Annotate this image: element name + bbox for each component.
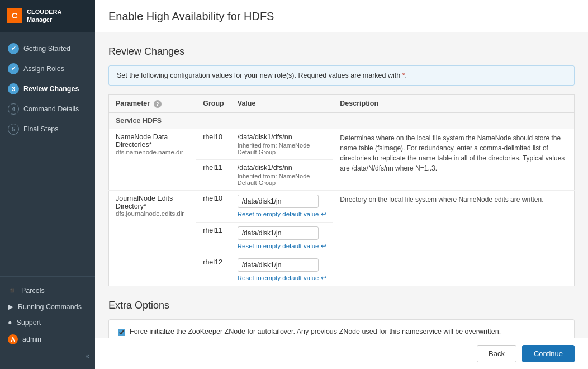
step-num-getting-started: ✓ (8, 43, 19, 54)
continue-button[interactable]: Continue (522, 345, 575, 362)
namenode-description: Determines where on the local file syste… (333, 129, 574, 190)
parcels-icon: ◾ (8, 286, 17, 295)
sidebar-item-label-getting-started: Getting Started (23, 45, 70, 53)
logo-text: CLOUDERA Manager (27, 8, 61, 24)
main-footer: Back Continue (95, 338, 588, 369)
journalnode-reset-rhel10[interactable]: Reset to empty default value ↩ (238, 210, 327, 218)
step-num-assign-roles: ✓ (8, 63, 19, 74)
admin-label: admin (22, 335, 41, 343)
extra-options-section: Extra Options Force initialize the ZooKe… (108, 300, 575, 338)
running-commands-label: Running Commands (18, 303, 82, 311)
journalnode-group-rhel11: rhel11 (196, 222, 231, 254)
sidebar-item-review-changes[interactable]: 3Review Changes (0, 79, 95, 99)
required-marker: * (402, 72, 405, 79)
logo-title: CLOUDERA (27, 8, 61, 16)
sidebar-item-parcels[interactable]: ◾ Parcels (0, 282, 95, 299)
sidebar: C CLOUDERA Manager ✓Getting Started✓Assi… (0, 0, 95, 369)
extra-options-title: Extra Options (108, 300, 575, 311)
cloudera-logo-icon: C (7, 8, 22, 23)
namenode-inherited-rhel11: Inherited from: NameNode Default Group (238, 173, 327, 186)
namenode-value-rhel10: /data/disk1/dfs/nn Inherited from: NameN… (231, 129, 334, 159)
col-value: Value (231, 95, 334, 113)
sidebar-item-label-command-details: Command Details (23, 105, 79, 113)
main-header: Enable High Availability for HDFS (95, 0, 588, 32)
col-parameter: Parameter ? (109, 95, 197, 113)
journalnode-param-key: dfs.journalnode.edits.dir (116, 210, 189, 217)
step-num-command-details: 4 (8, 103, 19, 115)
journalnode-param-name: JournalNode Edits Directory* (116, 195, 189, 210)
sidebar-item-assign-roles[interactable]: ✓Assign Roles (0, 59, 95, 79)
sidebar-item-label-final-steps: Final Steps (23, 125, 59, 133)
table-row: NameNode Data Directories* dfs.namenode.… (109, 129, 575, 159)
namenode-param-key: dfs.namenode.name.dir (116, 149, 189, 155)
extra-options-box: Force initialize the ZooKeeper ZNode for… (108, 319, 575, 338)
sidebar-logo: C CLOUDERA Manager (0, 0, 95, 32)
review-changes-title: Review Changes (108, 46, 575, 58)
journalnode-param-cell: JournalNode Edits Directory* dfs.journal… (109, 190, 197, 286)
namenode-group-rhel11: rhel11 (196, 159, 231, 190)
info-banner: Set the following configuration values f… (108, 65, 575, 86)
support-label: Support (17, 319, 41, 327)
namenode-value-rhel11: /data/disk1/dfs/nn Inherited from: NameN… (231, 159, 334, 190)
sidebar-item-label-review-changes: Review Changes (23, 85, 79, 93)
sidebar-item-running-commands[interactable]: ▶ Running Commands (0, 299, 95, 315)
page-title: Enable High Availability for HDFS (108, 10, 575, 23)
sidebar-item-support[interactable]: ● Support (0, 315, 95, 330)
journalnode-input-rhel10[interactable] (238, 195, 319, 208)
journalnode-input-rhel12[interactable] (238, 258, 319, 272)
main-panel: Enable High Availability for HDFS Review… (95, 0, 588, 369)
running-commands-icon: ▶ (8, 302, 13, 311)
collapse-icon: « (86, 352, 89, 360)
journalnode-description: Directory on the local file system where… (333, 190, 574, 286)
namenode-param-name: NameNode Data Directories* (116, 133, 189, 149)
namenode-inherited-rhel10: Inherited from: NameNode Default Group (238, 142, 327, 155)
journalnode-reset-rhel12[interactable]: Reset to empty default value ↩ (238, 274, 327, 282)
parcels-label: Parcels (21, 287, 45, 295)
journalnode-value-cell-rhel11: Reset to empty default value ↩ (231, 222, 334, 254)
admin-icon: A (8, 334, 18, 344)
col-group: Group (196, 95, 231, 113)
option-zookeeper-row: Force initialize the ZooKeeper ZNode for… (118, 328, 565, 336)
main-content: Review Changes Set the following configu… (95, 32, 588, 338)
sidebar-item-final-steps[interactable]: 5Final Steps (0, 119, 95, 139)
sidebar-collapse-button[interactable]: « (0, 348, 95, 363)
zookeeper-init-label: Force initialize the ZooKeeper ZNode for… (130, 328, 501, 335)
table-row: JournalNode Edits Directory* dfs.journal… (109, 190, 575, 222)
sidebar-item-getting-started[interactable]: ✓Getting Started (0, 39, 95, 59)
journalnode-input-rhel11[interactable] (238, 226, 319, 240)
logo-subtitle: Manager (27, 16, 61, 23)
journalnode-value-cell-rhel12: Reset to empty default value ↩ (231, 254, 334, 286)
journalnode-value-cell-rhel10: Reset to empty default value ↩ (231, 190, 334, 222)
journalnode-group-rhel12: rhel12 (196, 254, 231, 286)
sidebar-item-command-details[interactable]: 4Command Details (0, 99, 95, 119)
zookeeper-init-checkbox[interactable] (118, 329, 125, 336)
sidebar-nav: ✓Getting Started✓Assign Roles3Review Cha… (0, 32, 95, 276)
sidebar-item-label-assign-roles: Assign Roles (23, 65, 64, 73)
parameter-help-icon[interactable]: ? (154, 100, 162, 108)
col-description: Description (333, 95, 574, 113)
step-num-final-steps: 5 (8, 124, 19, 135)
journalnode-reset-rhel11[interactable]: Reset to empty default value ↩ (238, 242, 327, 250)
service-header-row: Service HDFS (109, 112, 575, 129)
config-table: Parameter ? Group Value Description Serv… (108, 94, 575, 286)
step-num-review-changes: 3 (8, 83, 19, 94)
sidebar-item-admin[interactable]: A admin (0, 330, 95, 348)
namenode-group-rhel10: rhel10 (196, 129, 231, 159)
back-button[interactable]: Back (477, 345, 516, 362)
journalnode-group-rhel10: rhel10 (196, 190, 231, 222)
service-header-label: Service HDFS (109, 112, 575, 129)
namenode-param-cell: NameNode Data Directories* dfs.namenode.… (109, 129, 197, 190)
sidebar-bottom: ◾ Parcels ▶ Running Commands ● Support A… (0, 276, 95, 369)
support-icon: ● (8, 319, 12, 327)
